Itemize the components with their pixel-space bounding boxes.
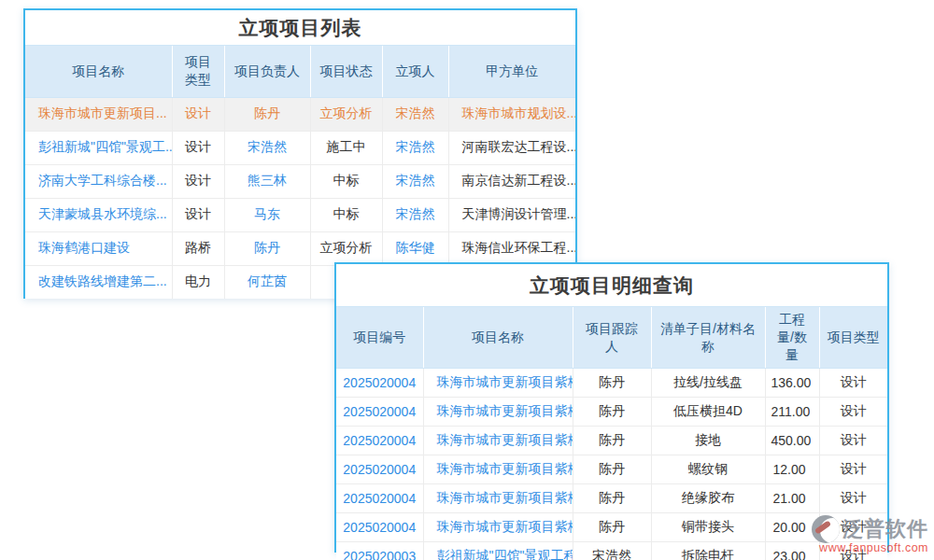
project-name-cell[interactable]: 彭祖新城"四馆"景观工...	[25, 131, 172, 164]
project-name-cell[interactable]: 珠海市城市更新项目紫桐	[423, 427, 573, 455]
project-no-cell[interactable]: 2025020004	[336, 455, 423, 484]
project-leader-cell[interactable]: 何芷茵	[224, 265, 310, 299]
col-header-quantity: 工程量/数量	[765, 307, 819, 369]
project-status-cell: 施工中	[310, 131, 382, 164]
project-type-cell: 设计	[819, 455, 887, 484]
project-no-cell[interactable]: 2025020004	[336, 427, 423, 455]
table-row[interactable]: 2025020004 珠海市城市更新项目紫桐 陈丹 拉线/拉线盘 136.00 …	[336, 369, 887, 398]
col-header-project-type: 项目类型	[819, 307, 887, 369]
tracker-cell: 陈丹	[573, 484, 651, 513]
table-row[interactable]: 2025020003 彭祖新城"四馆"景观工程 宋浩然 拆除电杆 23.00 设…	[336, 542, 887, 560]
quantity-cell: 136.00	[765, 369, 819, 398]
col-header-initiator: 立项人	[382, 46, 448, 97]
project-type-cell: 设计	[819, 427, 887, 455]
client-unit-cell: 珠海信业环保工程...	[448, 231, 575, 265]
project-status-cell: 中标	[310, 164, 382, 198]
watermark-brand: 泛普软件	[842, 515, 928, 543]
project-name-cell[interactable]: 珠海市城市更新项目...	[25, 97, 172, 131]
material-cell: 铜带接头	[651, 513, 765, 542]
tracker-cell: 陈丹	[573, 513, 651, 542]
project-no-cell[interactable]: 2025020004	[336, 369, 423, 398]
project-type-cell: 设计	[819, 369, 887, 398]
client-unit-cell: 河南联宏达工程设...	[448, 131, 575, 164]
table-row[interactable]: 2025020004 珠海市城市更新项目紫桐 陈丹 接地 450.00 设计	[336, 427, 887, 455]
initiator-cell[interactable]: 陈华健	[382, 231, 448, 265]
project-no-cell[interactable]: 2025020004	[336, 513, 423, 542]
table-row[interactable]: 济南大学工科综合楼... 设计 熊三林 中标 宋浩然 南京信达新工程设...	[25, 164, 575, 198]
table-row[interactable]: 珠海鹤港口建设 路桥 陈丹 立项分析 陈华健 珠海信业环保工程...	[25, 231, 575, 265]
fanpu-logo-icon	[812, 515, 840, 543]
initiator-cell[interactable]: 宋浩然	[382, 97, 448, 131]
project-leader-cell[interactable]: 陈丹	[224, 97, 310, 131]
project-no-cell[interactable]: 2025020004	[336, 484, 423, 513]
project-status-cell: 中标	[310, 198, 382, 231]
tracker-cell: 陈丹	[573, 369, 651, 398]
quantity-cell: 12.00	[765, 455, 819, 484]
col-header-tracker: 项目跟踪人	[573, 307, 651, 369]
project-leader-cell[interactable]: 马东	[224, 198, 310, 231]
project-type-cell: 电力	[172, 265, 224, 299]
client-unit-cell: 珠海市城市规划设...	[448, 97, 575, 131]
project-type-cell: 设计	[819, 484, 887, 513]
material-cell: 螺纹钢	[651, 455, 765, 484]
col-header-project-name: 项目名称	[25, 46, 172, 97]
project-status-cell: 立项分析	[310, 231, 382, 265]
table-row[interactable]: 天津蒙城县水环境综... 设计 马东 中标 宋浩然 天津博润设计管理...	[25, 198, 575, 231]
watermark-url: www.fanpusoft.com	[812, 541, 928, 554]
col-header-client-unit: 甲方单位	[448, 46, 575, 97]
table-header-row: 项目编号 项目名称 项目跟踪人 清单子目/材料名称 工程量/数量 项目类型	[336, 307, 887, 369]
table-row[interactable]: 2025020004 珠海市城市更新项目紫桐 陈丹 铜带接头 20.00 设计	[336, 513, 887, 542]
client-unit-cell: 天津博润设计管理...	[448, 198, 575, 231]
project-type-cell: 设计	[172, 97, 224, 131]
project-name-cell[interactable]: 珠海鹤港口建设	[25, 231, 172, 265]
col-header-material-name: 清单子目/材料名称	[651, 307, 765, 369]
initiator-cell[interactable]: 宋浩然	[382, 164, 448, 198]
project-name-cell[interactable]: 珠海市城市更新项目紫桐	[423, 513, 573, 542]
material-cell: 接地	[651, 427, 765, 455]
tracker-cell: 陈丹	[573, 455, 651, 484]
project-type-cell: 设计	[172, 164, 224, 198]
project-name-cell[interactable]: 彭祖新城"四馆"景观工程	[423, 542, 573, 560]
col-header-project-leader: 项目负责人	[224, 46, 310, 97]
tracker-cell: 陈丹	[573, 427, 651, 455]
project-no-cell[interactable]: 2025020004	[336, 398, 423, 427]
project-type-cell: 路桥	[172, 231, 224, 265]
project-type-cell: 设计	[819, 398, 887, 427]
project-list-table: 项目名称 项目类型 项目负责人 项目状态 立项人 甲方单位 珠海市城市更新项目.…	[25, 46, 575, 299]
project-no-cell[interactable]: 2025020003	[336, 542, 423, 560]
project-name-cell[interactable]: 珠海市城市更新项目紫桐	[423, 484, 573, 513]
project-detail-table: 项目编号 项目名称 项目跟踪人 清单子目/材料名称 工程量/数量 项目类型 20…	[336, 307, 887, 560]
project-leader-cell[interactable]: 陈丹	[224, 231, 310, 265]
project-detail-panel: 立项项目明细查询 项目编号 项目名称 项目跟踪人 清单子目/材料名称 工程量/数…	[334, 262, 889, 553]
project-name-cell[interactable]: 珠海市城市更新项目紫桐	[423, 455, 573, 484]
project-type-cell: 设计	[172, 131, 224, 164]
quantity-cell: 21.00	[765, 484, 819, 513]
table-row[interactable]: 2025020004 珠海市城市更新项目紫桐 陈丹 低压横担4D 211.00 …	[336, 398, 887, 427]
table-row[interactable]: 2025020004 珠海市城市更新项目紫桐 陈丹 绝缘胶布 21.00 设计	[336, 484, 887, 513]
material-cell: 拉线/拉线盘	[651, 369, 765, 398]
project-leader-cell[interactable]: 宋浩然	[224, 131, 310, 164]
project-name-cell[interactable]: 珠海市城市更新项目紫桐	[423, 398, 573, 427]
table-row[interactable]: 2025020004 珠海市城市更新项目紫桐 陈丹 螺纹钢 12.00 设计	[336, 455, 887, 484]
project-name-cell[interactable]: 济南大学工科综合楼...	[25, 164, 172, 198]
material-cell: 拆除电杆	[651, 542, 765, 560]
project-name-cell[interactable]: 天津蒙城县水环境综...	[25, 198, 172, 231]
quantity-cell: 450.00	[765, 427, 819, 455]
project-leader-cell[interactable]: 熊三林	[224, 164, 310, 198]
initiator-cell[interactable]: 宋浩然	[382, 198, 448, 231]
project-list-title: 立项项目列表	[25, 10, 575, 46]
project-name-cell[interactable]: 珠海市城市更新项目紫桐	[423, 369, 573, 398]
initiator-cell[interactable]: 宋浩然	[382, 131, 448, 164]
table-row[interactable]: 彭祖新城"四馆"景观工... 设计 宋浩然 施工中 宋浩然 河南联宏达工程设..…	[25, 131, 575, 164]
project-type-cell: 设计	[172, 198, 224, 231]
table-header-row: 项目名称 项目类型 项目负责人 项目状态 立项人 甲方单位	[25, 46, 575, 97]
material-cell: 低压横担4D	[651, 398, 765, 427]
project-status-cell: 立项分析	[310, 97, 382, 131]
col-header-project-status: 项目状态	[310, 46, 382, 97]
table-row[interactable]: 珠海市城市更新项目... 设计 陈丹 立项分析 宋浩然 珠海市城市规划设...	[25, 97, 575, 131]
project-list-panel: 立项项目列表 项目名称 项目类型 项目负责人 项目状态 立项人 甲方单位 珠海市…	[23, 8, 577, 299]
tracker-cell: 宋浩然	[573, 542, 651, 560]
col-header-project-name: 项目名称	[423, 307, 573, 369]
project-name-cell[interactable]: 改建铁路线增建第二...	[25, 265, 172, 299]
project-detail-title: 立项项目明细查询	[336, 264, 887, 307]
